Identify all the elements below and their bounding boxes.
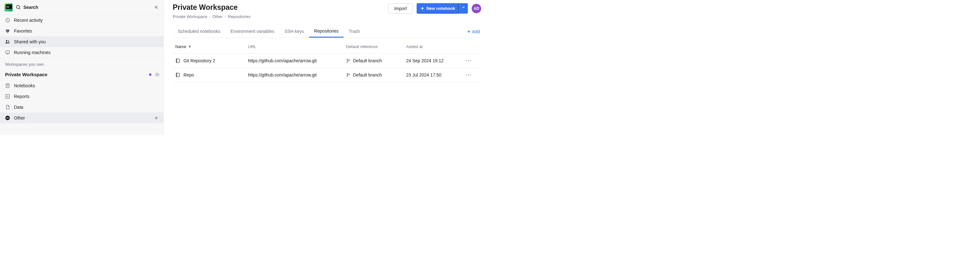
svg-point-27 [470,60,471,61]
import-button[interactable]: Import [388,3,413,14]
breadcrumb: Private Workspace › Other › Repositories [173,14,481,19]
add-label: Add [472,29,480,34]
ws-item-label: Other [14,115,25,121]
ws-item-label: Data [14,105,24,110]
column-ref-label[interactable]: Default reference [346,44,406,49]
row-actions-button[interactable] [466,74,479,76]
repo-ref-text: Default branch [353,58,382,63]
gear-icon [155,72,160,77]
chevron-double-left-icon [154,5,159,10]
nav-label: Shared with you [14,39,46,44]
chevron-right-icon: › [209,14,210,19]
new-notebook-split-button: New notebook [417,3,468,14]
branch-icon [346,73,350,77]
notebook-icon [5,83,10,88]
svg-point-33 [466,75,467,76]
repo-icon [175,72,180,78]
svg-rect-13 [6,118,9,118]
breadcrumb-item[interactable]: Repositories [228,14,251,19]
more-icon [466,60,471,61]
svg-rect-5 [6,51,10,54]
nav-running-machines[interactable]: Running machines [0,47,164,58]
tabs: Scheduled notebooks Environment variable… [173,25,481,38]
column-name-sort[interactable]: Name [175,44,248,49]
ws-item-reports[interactable]: Reports [0,91,164,102]
repo-name-text: Git Repository 2 [183,58,215,63]
tab-ssh-keys[interactable]: SSH keys [279,25,309,38]
svg-point-23 [347,62,348,63]
search-trigger[interactable]: Search [16,5,150,10]
row-actions-button[interactable] [466,60,479,61]
app-logo[interactable] [5,3,13,11]
nav-label: Running machines [14,50,51,55]
tab-repositories[interactable]: Repositories [309,25,344,38]
tab-trash[interactable]: Trash [344,25,365,38]
repo-icon [175,58,180,63]
svg-point-31 [347,76,348,77]
column-name-label: Name [175,44,186,49]
repo-name-text: Repo [183,72,194,78]
collapse-sidebar-button[interactable] [153,4,160,11]
page-header: Private Workspace Import New notebook AD [173,3,481,14]
svg-point-35 [470,75,471,76]
svg-point-3 [6,40,7,41]
svg-point-0 [16,5,20,8]
sidebar: Search Recent activity Favorites Shared … [0,0,164,135]
branch-icon [346,59,350,63]
svg-point-22 [347,59,348,60]
repo-url-text: https://github.com/apache/arrow.git [248,58,346,63]
svg-point-7 [157,74,158,75]
svg-point-30 [347,73,348,74]
repo-added-text: 24 Sep 2024 19:12 [406,58,466,63]
search-icon [16,5,21,10]
more-icon [466,74,471,76]
breadcrumb-item[interactable]: Other [212,14,223,19]
nav-shared-with-you[interactable]: Shared with you [0,37,164,47]
tab-environment-variables[interactable]: Environment variables [226,25,280,38]
table-row[interactable]: Git Repository 2 https://github.com/apac… [173,54,481,68]
repositories-table: Name URL Default reference Added at Git … [173,40,481,82]
clock-icon [5,18,10,23]
search-label: Search [24,5,38,10]
repo-added-text: 23 Jul 2024 17:50 [406,72,466,78]
table-row[interactable]: Repo https://github.com/apache/arrow.git… [173,68,481,82]
svg-point-34 [468,75,469,76]
sidebar-header: Search [0,0,164,15]
plus-icon [154,116,159,120]
page-title: Private Workspace [173,3,237,12]
repo-ref-text: Default branch [353,72,382,78]
breadcrumb-item[interactable]: Private Workspace [173,14,207,19]
plus-icon [420,6,425,10]
ws-item-data[interactable]: Data [0,102,164,113]
workspace-title: Private Workspace [5,72,48,77]
data-icon [5,105,10,110]
column-added-label[interactable]: Added at [406,44,466,49]
svg-point-25 [466,60,467,61]
ws-item-label: Reports [14,94,29,99]
user-avatar[interactable]: AD [472,4,481,13]
new-notebook-button[interactable]: New notebook [417,3,459,14]
reports-icon [5,94,10,99]
nav-recent-activity[interactable]: Recent activity [0,15,164,25]
svg-point-26 [468,60,469,61]
svg-line-1 [19,8,20,9]
chevron-right-icon: › [224,14,226,19]
tab-scheduled-notebooks[interactable]: Scheduled notebooks [173,25,226,38]
new-notebook-dropdown[interactable] [459,3,468,14]
workspace-header[interactable]: Private Workspace [0,68,164,80]
heart-icon [5,29,10,33]
sort-asc-icon [188,45,191,48]
workspace-settings-button[interactable] [155,72,160,77]
monitor-icon [5,50,10,55]
add-repository-button[interactable]: Add [467,29,481,34]
ws-item-notebooks[interactable]: Notebooks [0,80,164,91]
column-url-label[interactable]: URL [248,44,346,49]
add-other-button[interactable] [154,116,159,120]
plus-icon [467,30,471,33]
ws-item-other[interactable]: Other [0,113,164,123]
chevron-down-icon [462,6,465,9]
nav-favorites[interactable]: Favorites [0,25,164,37]
svg-point-4 [8,40,9,42]
table-header: Name URL Default reference Added at [173,40,481,54]
nav-label: Favorites [14,29,32,33]
